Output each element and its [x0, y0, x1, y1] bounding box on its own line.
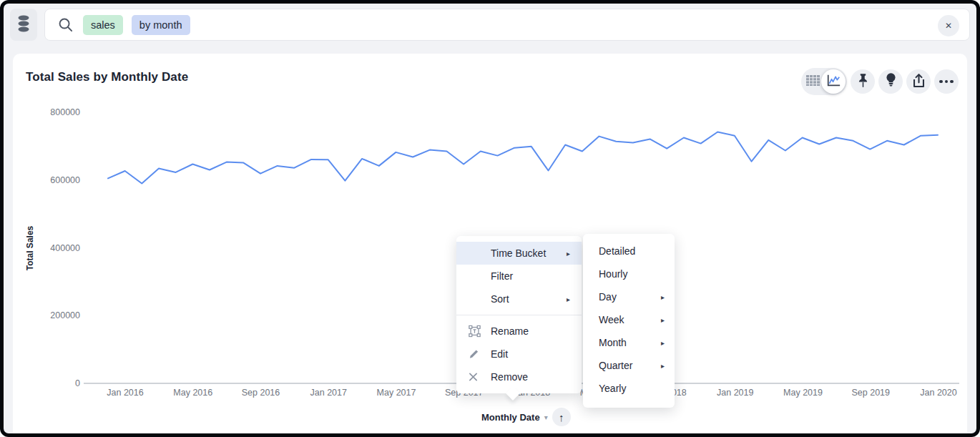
menu-item-label: Remove [491, 371, 528, 383]
sort-ascending-button[interactable]: ↑ [552, 408, 571, 426]
chart-toolbar [801, 68, 959, 95]
field-context-menu-items: Time Bucket▸FilterSort▸RenameEditRemove [456, 242, 582, 388]
menu-item-label: Hourly [599, 268, 627, 280]
clear-search-button[interactable]: ✕ [938, 15, 959, 36]
time-bucket-submenu: DetailedHourlyDay▸Week▸Month▸Quarter▸Yea… [583, 234, 675, 408]
x-tick-label: Sep 2019 [851, 388, 890, 398]
menu-item-label: Edit [491, 348, 508, 360]
menu-item-remove[interactable]: Remove [456, 365, 582, 388]
arrow-up-icon: ↑ [559, 411, 564, 423]
app-window: sales by month ✕ Total Sales by Monthly … [4, 4, 976, 433]
x-tick-label: Jan 2016 [107, 388, 143, 398]
menu-item-label: Quarter [599, 360, 632, 371]
menu-item-label: Detailed [599, 245, 635, 257]
rename-icon [469, 325, 481, 338]
time-bucket-submenu-items: DetailedHourlyDay▸Week▸Month▸Quarter▸Yea… [583, 240, 675, 400]
menu-item-label: Time Bucket [491, 247, 546, 259]
x-tick-label: May 2017 [377, 388, 416, 398]
menu-item-sort[interactable]: Sort▸ [456, 288, 582, 310]
y-tick-label: 600000 [27, 175, 80, 185]
x-tick-label: Jan 2019 [717, 388, 753, 398]
insights-button[interactable] [878, 69, 903, 94]
submenu-arrow-icon: ▸ [567, 250, 570, 257]
menu-item-time-bucket[interactable]: Time Bucket▸ [456, 242, 582, 265]
menu-item-label: Sort [491, 293, 509, 305]
menu-item-month[interactable]: Month▸ [583, 331, 675, 354]
remove-icon [469, 373, 478, 382]
export-icon [912, 73, 926, 91]
menu-item-label: Rename [491, 325, 529, 337]
search-token-by-month[interactable]: by month [132, 15, 190, 35]
lightbulb-icon [885, 72, 897, 91]
export-button[interactable] [906, 69, 931, 94]
pin-button[interactable] [851, 69, 875, 94]
menu-item-edit[interactable]: Edit [456, 343, 582, 365]
menu-item-rename[interactable]: Rename [456, 320, 582, 343]
chart-view-button[interactable] [821, 69, 846, 94]
menu-item-label: Week [599, 314, 624, 325]
menu-item-week[interactable]: Week▸ [583, 308, 675, 331]
menu-item-quarter[interactable]: Quarter▸ [583, 354, 675, 377]
menu-item-label: Filter [491, 270, 513, 282]
menu-item-label: Day [599, 291, 617, 303]
chevron-down-icon[interactable]: ▾ [544, 413, 548, 421]
menu-item-hourly[interactable]: Hourly [583, 262, 675, 285]
submenu-arrow-icon: ▸ [661, 293, 665, 301]
data-source-button[interactable] [10, 9, 37, 41]
sales-line [108, 132, 938, 184]
y-tick-label: 200000 [27, 310, 80, 320]
menu-item-filter[interactable]: Filter [456, 265, 582, 288]
pin-icon [858, 73, 868, 91]
search-input[interactable]: sales by month ✕ [44, 9, 970, 41]
line-chart-icon [826, 74, 841, 90]
edit-icon [469, 349, 479, 360]
x-tick-label: Jan 2017 [310, 388, 347, 398]
menu-item-detailed[interactable]: Detailed [583, 240, 675, 262]
y-tick-label: 400000 [27, 243, 80, 253]
field-context-menu: Time Bucket▸FilterSort▸RenameEditRemove [456, 236, 582, 393]
submenu-arrow-icon: ▸ [661, 316, 665, 324]
chart-title: Total Sales by Monthly Date [26, 70, 188, 84]
menu-divider [456, 315, 582, 315]
menu-item-label: Month [599, 337, 627, 348]
search-icon [57, 16, 74, 33]
x-tick-label: May 2016 [173, 388, 212, 398]
database-icon [16, 14, 31, 36]
submenu-arrow-icon: ▸ [661, 362, 665, 370]
x-tick-label: Jan 2020 [920, 388, 956, 398]
x-tick-label: Sep 2016 [242, 388, 280, 398]
menu-item-label: Yearly [599, 383, 626, 394]
y-tick-label: 800000 [27, 107, 80, 117]
table-icon [806, 75, 820, 89]
submenu-arrow-icon: ▸ [567, 295, 570, 303]
view-toggle [801, 68, 847, 95]
ellipsis-icon [939, 80, 954, 84]
more-button[interactable] [934, 69, 959, 94]
search-token-sales[interactable]: sales [83, 15, 123, 35]
screenshot-frame: sales by month ✕ Total Sales by Monthly … [0, 0, 980, 437]
x-axis-field-control: Monthly Date ▾ ↑ [481, 408, 571, 426]
x-tick-label: May 2019 [783, 388, 823, 398]
menu-item-day[interactable]: Day▸ [583, 285, 675, 308]
x-axis-field-label[interactable]: Monthly Date [481, 412, 540, 423]
submenu-arrow-icon: ▸ [661, 339, 665, 347]
menu-item-yearly[interactable]: Yearly [583, 377, 675, 400]
y-tick-label: 0 [27, 378, 80, 388]
